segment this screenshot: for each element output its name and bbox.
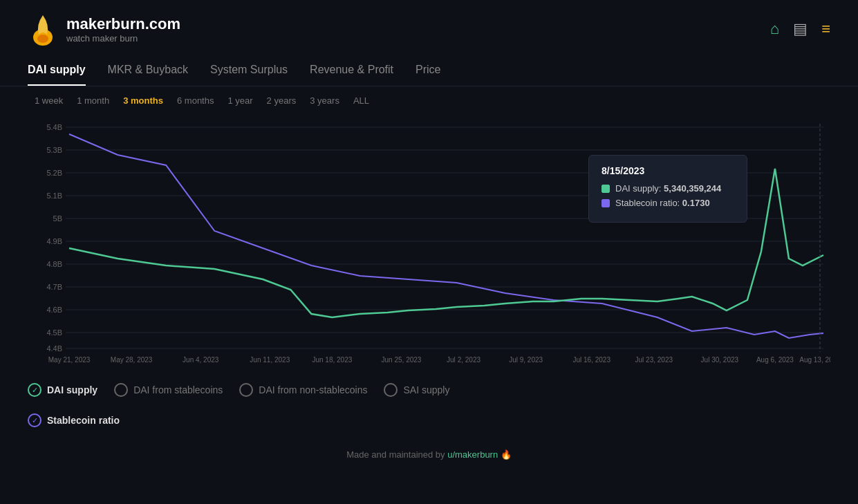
time-1month[interactable]: 1 month — [70, 93, 116, 108]
tooltip-label-dai: DAI supply: 5,340,359,244 — [615, 183, 721, 194]
svg-text:Aug 13, 2023: Aug 13, 2023 — [799, 356, 830, 364]
svg-text:Aug 6, 2023: Aug 6, 2023 — [756, 356, 794, 364]
legend-icon-stablecoin-ratio: ✓ — [28, 413, 41, 427]
svg-text:4.8B: 4.8B — [46, 260, 62, 268]
legend-label-dai-supply: DAI supply — [47, 384, 97, 395]
chart-container: 5.4B 5.3B 5.2B 5.1B 5B 4.9B 4.8B 4.7B 4.… — [0, 113, 858, 372]
svg-text:Jul 9, 2023: Jul 9, 2023 — [509, 356, 543, 364]
svg-text:4.7B: 4.7B — [46, 283, 62, 291]
svg-text:May 28, 2023: May 28, 2023 — [111, 356, 153, 364]
tab-revenue-profit[interactable]: Revenue & Profit — [310, 64, 393, 86]
legend-label-sai-supply: SAI supply — [403, 384, 449, 395]
svg-text:5.2B: 5.2B — [46, 169, 62, 177]
legend-icon-dai-stablecoins — [114, 383, 128, 397]
svg-text:4.6B: 4.6B — [46, 306, 62, 314]
legend-label-dai-non-stablecoins: DAI from non-stablecoins — [259, 384, 367, 395]
time-6months[interactable]: 6 months — [170, 93, 221, 108]
svg-text:4.4B: 4.4B — [46, 344, 62, 353]
svg-text:Jun 4, 2023: Jun 4, 2023 — [183, 356, 219, 364]
tooltip-row-stablecoin: Stablecoin ratio: 0.1730 — [601, 198, 734, 208]
tab-system-surplus[interactable]: System Surplus — [210, 64, 288, 86]
logo-icon — [28, 11, 58, 47]
time-1year[interactable]: 1 year — [221, 93, 259, 108]
svg-text:Jul 30, 2023: Jul 30, 2023 — [701, 356, 739, 364]
logo-text: makerburn.com watch maker burn — [66, 15, 180, 44]
logo-area: makerburn.com watch maker burn — [28, 11, 180, 47]
svg-text:Jul 23, 2023: Jul 23, 2023 — [635, 356, 673, 364]
legend-item-dai-supply[interactable]: ✓ DAI supply — [28, 383, 97, 397]
tooltip-label-stablecoin: Stablecoin ratio: 0.1730 — [615, 198, 710, 208]
site-name: makerburn.com — [66, 15, 180, 33]
legend-icon-dai-supply: ✓ — [28, 383, 41, 397]
chart-tooltip: 8/15/2023 DAI supply: 5,340,359,244 Stab… — [588, 155, 747, 223]
tab-mkr-buyback[interactable]: MKR & Buyback — [108, 64, 188, 86]
legend-item-sai-supply[interactable]: SAI supply — [384, 383, 449, 397]
svg-point-1 — [37, 35, 48, 43]
svg-text:4.9B: 4.9B — [46, 237, 62, 245]
svg-text:5.3B: 5.3B — [46, 146, 62, 154]
svg-text:5.1B: 5.1B — [46, 192, 62, 200]
footer-text: Made and maintained by — [346, 449, 447, 460]
home-icon[interactable]: ⌂ — [770, 20, 779, 38]
svg-text:Jun 11, 2023: Jun 11, 2023 — [250, 356, 290, 364]
time-1week[interactable]: 1 week — [28, 93, 70, 108]
tab-price[interactable]: Price — [416, 64, 440, 86]
legend-item-dai-stablecoins[interactable]: DAI from stablecoins — [114, 383, 223, 397]
footer-link[interactable]: u/makerburn — [447, 449, 498, 460]
time-filters: 1 week 1 month 3 months 6 months 1 year … — [0, 86, 858, 111]
site-tagline: watch maker burn — [66, 33, 180, 44]
svg-text:5.4B: 5.4B — [46, 123, 62, 131]
legend-icon-dai-non-stablecoins — [239, 383, 253, 397]
svg-text:May 21, 2023: May 21, 2023 — [48, 356, 91, 364]
document-icon[interactable]: ▤ — [793, 20, 808, 38]
legend: ✓ DAI supply DAI from stablecoins DAI fr… — [0, 372, 858, 433]
tooltip-row-dai: DAI supply: 5,340,359,244 — [601, 183, 734, 194]
svg-text:Jul 2, 2023: Jul 2, 2023 — [447, 356, 481, 364]
svg-text:Jun 25, 2023: Jun 25, 2023 — [382, 356, 422, 364]
svg-text:Jul 16, 2023: Jul 16, 2023 — [572, 356, 610, 364]
legend-label-dai-stablecoins: DAI from stablecoins — [133, 384, 223, 395]
time-all[interactable]: ALL — [346, 93, 376, 108]
nav-tabs: DAI supply MKR & Buyback System Surplus … — [0, 58, 858, 86]
svg-text:5B: 5B — [53, 214, 62, 223]
legend-item-dai-non-stablecoins[interactable]: DAI from non-stablecoins — [239, 383, 367, 397]
header: makerburn.com watch maker burn ⌂ ▤ ≡ — [0, 0, 858, 58]
legend-icon-sai-supply — [384, 383, 398, 397]
svg-text:4.5B: 4.5B — [46, 328, 62, 337]
time-3months[interactable]: 3 months — [116, 93, 170, 108]
legend-label-stablecoin-ratio: Stablecoin ratio — [47, 415, 120, 426]
svg-text:Jun 18, 2023: Jun 18, 2023 — [312, 356, 352, 364]
footer: Made and maintained by u/makerburn 🔥 — [0, 433, 858, 476]
legend-row2: ✓ Stablecoin ratio — [28, 413, 830, 427]
chart-svg: 5.4B 5.3B 5.2B 5.1B 5B 4.9B 4.8B 4.7B 4.… — [28, 113, 830, 369]
tooltip-swatch-purple — [601, 199, 610, 207]
time-3years[interactable]: 3 years — [303, 93, 346, 108]
tab-dai-supply[interactable]: DAI supply — [28, 64, 86, 86]
tooltip-date: 8/15/2023 — [601, 165, 734, 176]
footer-emoji: 🔥 — [501, 449, 512, 460]
tooltip-swatch-teal — [601, 185, 610, 193]
time-2years[interactable]: 2 years — [260, 93, 304, 108]
header-icons: ⌂ ▤ ≡ — [770, 20, 830, 38]
menu-icon[interactable]: ≡ — [821, 20, 830, 38]
legend-item-stablecoin-ratio[interactable]: ✓ Stablecoin ratio — [28, 413, 120, 427]
